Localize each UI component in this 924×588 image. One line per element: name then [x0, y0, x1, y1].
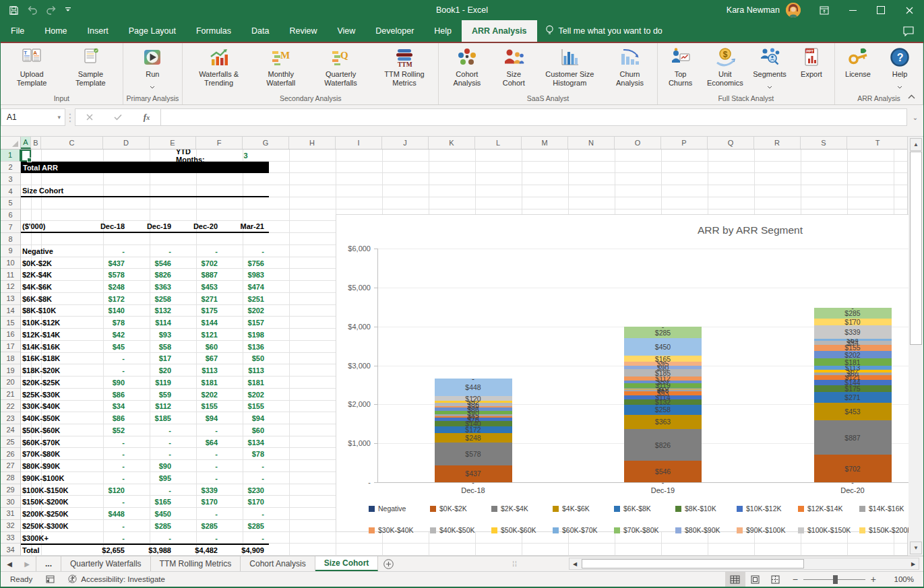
tab-formulas[interactable]: Formulas [186, 20, 241, 42]
vertical-scroll-thumb[interactable] [910, 152, 922, 345]
insert-function-icon[interactable]: fx [144, 112, 150, 123]
enter-icon[interactable] [114, 111, 122, 123]
horizontal-scrollbar[interactable]: ◀ ▶ [569, 558, 919, 570]
row-header-28[interactable]: 28 [1, 472, 20, 484]
column-header-j[interactable]: J [382, 137, 429, 149]
sheet-nav-left-icon[interactable]: ◀ [1, 556, 18, 571]
sheet-nav-right-icon[interactable]: ▶ [18, 556, 36, 571]
column-header-q[interactable]: Q [708, 137, 754, 149]
formula-input[interactable] [161, 108, 907, 126]
tab-file[interactable]: File [1, 20, 34, 42]
page-break-view-icon[interactable] [766, 572, 786, 587]
row-header-19[interactable]: 19 [1, 364, 20, 377]
row-header-1[interactable]: 1 [1, 150, 21, 162]
row-header-6[interactable]: 6 [1, 209, 20, 222]
row-header-16[interactable]: 16 [1, 329, 20, 341]
minimize-button[interactable] [838, 0, 867, 20]
sheet-tab-quarterly-waterfalls[interactable]: Quarterly Waterfalls [61, 556, 151, 571]
row-header-11[interactable]: 11 [1, 269, 20, 281]
row-header-27[interactable]: 27 [1, 460, 20, 472]
column-header-i[interactable]: I [336, 137, 382, 149]
column-header-s[interactable]: S [801, 137, 847, 149]
tab-page-layout[interactable]: Page Layout [119, 20, 186, 42]
undo-icon[interactable] [27, 5, 38, 15]
segments-button[interactable]: Segments [749, 44, 791, 92]
column-header-p[interactable]: P [661, 137, 708, 149]
worksheet-grid[interactable]: YTD Months:3Total ARRSize Cohort($'000)D… [1, 150, 908, 556]
save-icon[interactable] [9, 5, 19, 15]
row-header-14[interactable]: 14 [1, 305, 20, 317]
user-name[interactable]: Kara Newman [727, 5, 780, 15]
row-header-2[interactable]: 2 [1, 162, 20, 174]
tab-view[interactable]: View [327, 20, 365, 42]
scroll-down-icon[interactable]: ▼ [910, 542, 922, 554]
ribbon-display-options-icon[interactable] [810, 0, 838, 20]
row-header-20[interactable]: 20 [1, 377, 20, 389]
column-header-e[interactable]: E [150, 137, 196, 149]
row-header-3[interactable]: 3 [1, 173, 20, 185]
zoom-out-icon[interactable]: − [793, 574, 798, 585]
run-button[interactable]: Run [131, 44, 173, 92]
fill-handle[interactable] [27, 158, 32, 162]
column-header-c[interactable]: C [41, 137, 103, 149]
page-layout-view-icon[interactable] [745, 572, 766, 587]
cancel-icon[interactable] [86, 111, 93, 123]
select-all-corner[interactable] [1, 137, 21, 149]
monthly-waterfall-button[interactable]: MMonthly Waterfall [253, 44, 309, 88]
churn-analysis-button[interactable]: Churn Analysis [605, 44, 654, 88]
collapse-ribbon-icon[interactable] [908, 90, 915, 102]
row-header-21[interactable]: 21 [1, 389, 20, 401]
row-header-32[interactable]: 32 [1, 520, 20, 532]
customize-qat-icon[interactable] [65, 7, 71, 13]
sheet-tab-overflow[interactable]: ... [36, 556, 61, 571]
horizontal-scroll-thumb[interactable] [582, 559, 804, 568]
column-header-b[interactable]: B [31, 137, 41, 149]
zoom-in-icon[interactable]: + [871, 574, 876, 585]
comment-icon[interactable] [903, 20, 923, 42]
top-churns-button[interactable]: Top Churns [660, 44, 702, 88]
row-header-29[interactable]: 29 [1, 484, 20, 496]
row-header-33[interactable]: 33 [1, 532, 20, 544]
row-header-25[interactable]: 25 [1, 436, 20, 449]
column-header-t[interactable]: T [847, 137, 908, 149]
tab-arr-analysis[interactable]: ARR Analysis [462, 20, 537, 42]
row-header-7[interactable]: 7 [1, 221, 20, 233]
close-button[interactable] [895, 0, 923, 20]
selected-cell-a1[interactable] [21, 150, 31, 162]
scroll-left-icon[interactable]: ◀ [569, 558, 580, 569]
row-header-13[interactable]: 13 [1, 293, 20, 305]
help-button[interactable]: ?Help [879, 44, 921, 92]
row-header-22[interactable]: 22 [1, 400, 20, 412]
formula-bar-splitter[interactable]: ⋮ [65, 108, 75, 126]
tell-me-box[interactable]: Tell me what you want to do [537, 20, 671, 42]
column-header-k[interactable]: K [429, 137, 475, 149]
row-header-31[interactable]: 31 [1, 508, 20, 520]
macro-record-icon[interactable] [39, 575, 61, 583]
tab-home[interactable]: Home [34, 20, 77, 42]
column-header-n[interactable]: N [568, 137, 615, 149]
new-sheet-button[interactable] [378, 556, 398, 571]
zoom-thumb[interactable] [833, 575, 838, 584]
expand-formula-bar-icon[interactable]: ⌄ [907, 108, 923, 126]
tab-review[interactable]: Review [279, 20, 327, 42]
tab-data[interactable]: Data [241, 20, 279, 42]
accessibility-status[interactable]: Accessibility: Investigate [61, 575, 172, 585]
row-header-15[interactable]: 15 [1, 317, 20, 329]
tab-developer[interactable]: Developer [365, 20, 424, 42]
scroll-up-icon[interactable]: ▲ [910, 138, 922, 151]
row-header-12[interactable]: 12 [1, 281, 20, 293]
unit-economics-button[interactable]: $Unit Economics [702, 44, 749, 88]
vertical-scrollbar[interactable]: ▲ ▼ [907, 137, 923, 556]
name-box[interactable]: A1 ▾ [1, 108, 65, 126]
column-header-o[interactable]: O [615, 137, 661, 149]
row-header-17[interactable]: 17 [1, 341, 20, 353]
row-header-24[interactable]: 24 [1, 424, 20, 436]
column-header-d[interactable]: D [103, 137, 150, 149]
name-box-chevron-icon[interactable]: ▾ [57, 114, 61, 121]
row-header-34[interactable]: 34 [1, 544, 20, 556]
tab-help[interactable]: Help [424, 20, 462, 42]
sheet-tab-ttm-rolling-metrics[interactable]: TTM Rolling Metrics [151, 556, 241, 571]
customer-size-histogram-button[interactable]: Customer Size Histogram [534, 44, 605, 88]
sheet-tab-size-cohort[interactable]: Size Cohort [315, 556, 379, 571]
scroll-right-icon[interactable]: ▶ [908, 558, 919, 569]
